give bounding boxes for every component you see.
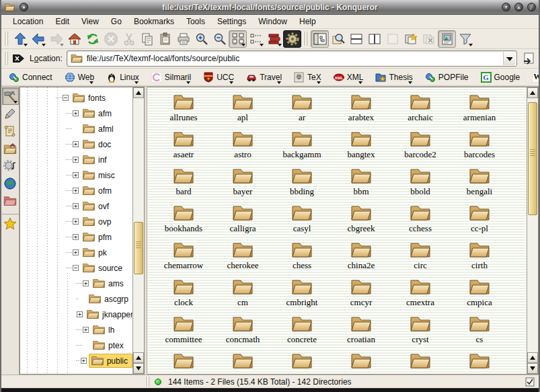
sidebar-tab-services[interactable] — [2, 157, 19, 175]
tree-scrollbar-thumb[interactable] — [134, 222, 143, 274]
folder-item-china2e[interactable]: china2e — [332, 241, 391, 278]
list-view-button[interactable] — [247, 30, 265, 48]
bookmark-connect[interactable]: Connect — [5, 71, 61, 84]
folder-item-bayer[interactable]: bayer — [213, 167, 272, 204]
sidebar-tab-network-globe[interactable] — [2, 175, 19, 192]
zoom-out-button[interactable] — [210, 30, 229, 48]
bookmark-wikipedia[interactable]: WWikipedia — [529, 71, 540, 84]
folder-item-cmcyr[interactable]: cmcyr — [332, 278, 391, 315]
print-button[interactable] — [174, 30, 192, 48]
tree-scrollbar[interactable] — [132, 87, 144, 374]
tree-item-jknappen[interactable]: +jknappen — [20, 307, 132, 322]
folder-item-ar[interactable]: ar — [272, 93, 332, 130]
new-tab-button[interactable] — [401, 30, 420, 48]
folder-item-cc-pl[interactable]: cc-pl — [450, 204, 509, 241]
expand-icon[interactable]: + — [73, 249, 79, 256]
menu-go[interactable]: Go — [105, 15, 128, 28]
folder-item-cmbright[interactable]: cmbright — [272, 278, 332, 315]
expand-icon[interactable]: + — [77, 311, 83, 317]
expand-icon[interactable]: + — [81, 358, 87, 364]
folder-item-asaetr[interactable]: asaetr — [154, 130, 213, 167]
folder-item-committee[interactable]: committee — [154, 315, 213, 352]
folder-item-partial[interactable] — [332, 352, 391, 374]
folder-item-cmpica[interactable]: cmpica — [450, 278, 509, 315]
folder-item-partial[interactable] — [272, 352, 332, 374]
collapse-icon[interactable]: − — [63, 95, 69, 101]
main-scroll-up2-button[interactable] — [527, 352, 538, 363]
detail-view-button[interactable] — [265, 30, 283, 48]
folder-item-concmath[interactable]: concmath — [213, 315, 272, 352]
sticky-button[interactable]: ● — [20, 3, 28, 11]
tree-item-pk[interactable]: +pk — [20, 245, 132, 260]
tree-item-misc[interactable]: +misc — [20, 167, 132, 183]
icon-view-button[interactable] — [229, 30, 247, 48]
menu-settings[interactable]: Settings — [211, 15, 252, 28]
menu-tools[interactable]: Tools — [180, 15, 211, 28]
folder-item-bbding[interactable]: bbding — [272, 167, 332, 204]
location-toolbar-grip[interactable] — [4, 52, 9, 65]
folder-item-concrete[interactable]: concrete — [272, 315, 332, 352]
menu-window[interactable]: Window — [252, 15, 293, 28]
main-scroll-down-button[interactable] — [527, 363, 538, 374]
forward-button[interactable] — [47, 30, 65, 48]
folder-item-barcodes[interactable]: barcodes — [450, 130, 509, 167]
folder-item-bbold[interactable]: bbold — [391, 167, 450, 204]
tree-item-ovf[interactable]: +ovf — [20, 198, 132, 214]
bookmark-thesis[interactable]: Thesis — [372, 71, 421, 84]
reload-button[interactable] — [83, 30, 102, 48]
main-scrollbar[interactable] — [527, 87, 538, 374]
sidebar-tab-bookmarks-star[interactable] — [2, 214, 19, 231]
folder-item-cmextra[interactable]: cmextra — [391, 278, 450, 315]
folder-item-arabtex[interactable]: arabtex — [332, 93, 391, 130]
minimize-button[interactable]: ▾ — [502, 3, 510, 11]
bookmark-popfile[interactable]: POPFile — [422, 71, 477, 84]
expand-icon[interactable]: + — [73, 234, 79, 240]
folder-item-bengali[interactable]: bengali — [450, 167, 509, 204]
menu-help[interactable]: Help — [293, 15, 322, 28]
folder-item-bbm[interactable]: bbm — [332, 167, 391, 204]
folder-item-partial[interactable] — [213, 352, 272, 374]
back-button[interactable] — [29, 30, 47, 48]
location-input[interactable] — [83, 54, 503, 63]
collapse-icon[interactable]: − — [73, 265, 79, 271]
menu-location[interactable]: Location — [7, 15, 49, 28]
gear-button[interactable] — [283, 30, 301, 48]
folder-item-astro[interactable]: astro — [213, 130, 272, 167]
bookmark-linux[interactable]: Linux — [103, 71, 148, 84]
close-button[interactable]: ╱ — [527, 3, 536, 11]
tree-item-afml[interactable]: afml — [20, 121, 132, 136]
folder-item-apl[interactable]: apl — [213, 93, 272, 130]
statusbar-grip[interactable] — [145, 377, 151, 387]
expand-icon[interactable]: + — [73, 141, 79, 147]
expand-icon[interactable]: + — [73, 203, 79, 209]
menu-edit[interactable]: Edit — [49, 15, 75, 28]
toolbar-grip[interactable] — [4, 32, 9, 46]
maximize-button[interactable]: ▴ — [514, 3, 523, 11]
folder-item-archaic[interactable]: archaic — [391, 93, 450, 130]
go-button[interactable] — [520, 50, 537, 67]
sidebar-tab-tools[interactable] — [2, 87, 19, 105]
home-button[interactable] — [65, 30, 83, 48]
sidebar-tab-root-folder[interactable] — [2, 192, 19, 210]
folder-item-barcode2[interactable]: barcode2 — [391, 130, 450, 167]
folder-item-cbgreek[interactable]: cbgreek — [332, 204, 391, 241]
tree-scroll-up-button[interactable] — [133, 87, 144, 98]
clear-location-icon[interactable] — [12, 52, 26, 65]
bookmark-tex[interactable]: TeX — [291, 71, 330, 84]
expand-icon[interactable]: + — [83, 327, 89, 333]
folder-item-bangtex[interactable]: bangtex — [332, 130, 391, 167]
tree-item-fonts[interactable]: −fonts — [20, 90, 132, 106]
expand-icon[interactable]: + — [83, 280, 89, 286]
folder-item-cryst[interactable]: cryst — [391, 315, 450, 352]
tree-item-pfm[interactable]: +pfm — [20, 229, 132, 245]
folder-item-partial[interactable] — [391, 352, 450, 374]
folder-item-armenian[interactable]: armenian — [450, 93, 509, 130]
expand-icon[interactable]: + — [73, 188, 79, 194]
folder-item-bard[interactable]: bard — [154, 167, 213, 204]
folder-item-partial[interactable] — [154, 352, 213, 374]
bookmark-silmaril[interactable]: Silmaril — [148, 71, 200, 84]
split-vertical-button[interactable] — [365, 30, 383, 48]
tree-item-source[interactable]: −source — [20, 260, 132, 276]
filter-button[interactable] — [456, 30, 474, 48]
folder-item-croatian[interactable]: croatian — [332, 315, 391, 352]
